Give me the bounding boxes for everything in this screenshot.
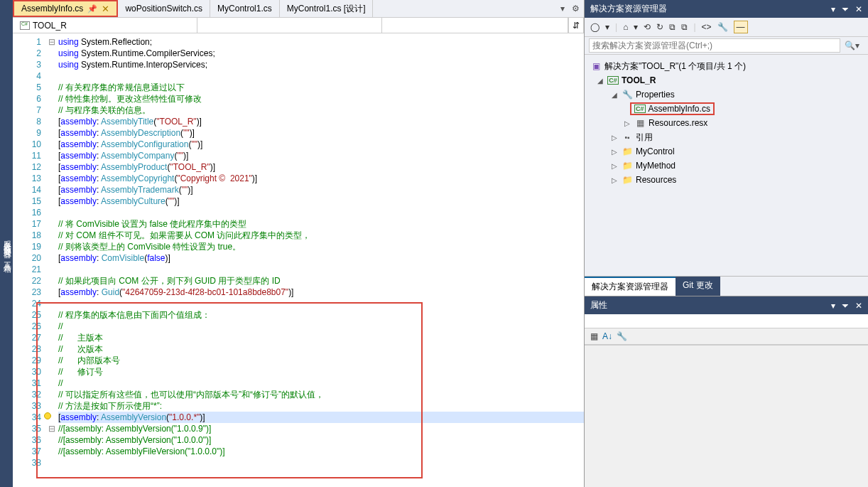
- solution-explorer-title[interactable]: 解决方案资源管理器 ▾ ⏷ ✕: [585, 0, 868, 18]
- left-dock-label[interactable]: 服务器资源管理器 工具箱: [0, 0, 13, 487]
- solution-icon: [590, 61, 602, 71]
- paste-icon[interactable]: ⧉: [681, 22, 688, 32]
- pin-icon[interactable]: ⏷: [841, 301, 850, 311]
- csharp-project-icon: C#: [607, 76, 619, 85]
- properties-object[interactable]: [585, 314, 868, 328]
- copy-icon[interactable]: ⧉: [669, 22, 676, 32]
- split-button[interactable]: ⇵: [568, 18, 584, 33]
- code-content[interactable]: using System.Reflection;using System.Run…: [58, 33, 584, 487]
- references-node[interactable]: ▷ 引用: [587, 130, 865, 144]
- resx-icon: [634, 118, 646, 128]
- tab-label: AssemblyInfo.cs: [21, 4, 83, 14]
- tab-git-changes[interactable]: Git 更改: [676, 277, 720, 296]
- doc-icon[interactable]: ▾: [634, 22, 638, 32]
- folder-resources[interactable]: ▷ 📁 Resources: [587, 173, 865, 187]
- tab-solution-explorer[interactable]: 解决方案资源管理器: [585, 277, 676, 296]
- back-icon[interactable]: ◯: [590, 22, 600, 32]
- tab-mycontrol1-design[interactable]: MyControl1.cs [设计]: [280, 0, 374, 17]
- sort-icon[interactable]: A↓: [602, 331, 612, 341]
- sync-icon[interactable]: ⟲: [644, 22, 651, 32]
- folder-mycontrol[interactable]: ▷ 📁 MyControl: [587, 144, 865, 159]
- nav-scope[interactable]: [197, 18, 382, 33]
- folder-icon: 📁: [622, 161, 633, 171]
- home-icon[interactable]: ⌂: [623, 22, 628, 32]
- nav-member[interactable]: [382, 18, 568, 33]
- nav-project[interactable]: TOOL_R: [13, 18, 197, 33]
- expander-icon[interactable]: ◢: [596, 77, 604, 85]
- editor-area: AssemblyInfo.cs 📌 ✕ woPositionSwitch.cs …: [13, 0, 584, 487]
- wrench-icon[interactable]: 🔧: [617, 331, 627, 341]
- wrench-icon[interactable]: 🔧: [717, 22, 728, 32]
- folder-icon: 📁: [622, 146, 633, 156]
- folder-icon: 📁: [622, 175, 633, 185]
- csharp-icon: [20, 21, 30, 30]
- pin-icon[interactable]: 📌: [87, 4, 97, 14]
- tab-dropdown-icon[interactable]: ▾: [560, 4, 565, 14]
- categorize-icon[interactable]: ▦: [590, 331, 598, 341]
- resources-resx-node[interactable]: ▷ Resources.resx: [587, 116, 865, 130]
- solution-toolbar: ◯ ▾ | ⌂ ▾ ⟲ ↻ ⧉ ⧉ | <> 🔧 —: [585, 18, 868, 37]
- highlighted-file: C# AssemblyInfo.cs: [630, 102, 715, 115]
- right-panel: 解决方案资源管理器 ▾ ⏷ ✕ ◯ ▾ | ⌂ ▾ ⟲ ↻ ⧉ ⧉ | <> 🔧…: [584, 0, 868, 487]
- project-node[interactable]: ◢ C# TOOL_R: [587, 73, 865, 87]
- close-icon[interactable]: ✕: [855, 4, 862, 14]
- properties-panel: 属性 ▾ ⏷ ✕ ▦ A↓ 🔧: [585, 296, 868, 487]
- fwd-icon[interactable]: ▾: [605, 22, 609, 32]
- expander-icon[interactable]: ▷: [623, 119, 631, 127]
- panel-bottom-tabs: 解决方案资源管理器 Git 更改: [585, 276, 868, 296]
- editor[interactable]: 1234567891011121314151617181920212223242…: [13, 33, 584, 487]
- expander-icon[interactable]: ▷: [610, 148, 619, 156]
- solution-node[interactable]: 解决方案"TOOL_R"(1 个项目/共 1 个): [587, 59, 865, 73]
- close-icon[interactable]: ✕: [855, 301, 862, 311]
- tabs-overflow: ▾ ⚙: [560, 0, 584, 17]
- solution-tree[interactable]: 解决方案"TOOL_R"(1 个项目/共 1 个) ◢ C# TOOL_R ◢ …: [585, 55, 868, 276]
- wrench-icon: 🔧: [622, 90, 633, 100]
- line-numbers: 1234567891011121314151617181920212223242…: [13, 33, 45, 487]
- expander-icon[interactable]: ◢: [610, 91, 619, 99]
- properties-toolbar: ▦ A↓ 🔧: [585, 328, 868, 345]
- code-nav-bar: TOOL_R ⇵: [13, 18, 584, 33]
- assemblyinfo-node[interactable]: C# AssemblyInfo.cs: [587, 102, 865, 116]
- tab-twopositionswitch[interactable]: woPositionSwitch.cs: [118, 0, 210, 17]
- code-icon[interactable]: <>: [702, 22, 712, 32]
- search-input[interactable]: [589, 38, 840, 53]
- pin-icon[interactable]: ⏷: [841, 4, 850, 14]
- expander-icon[interactable]: ▷: [610, 176, 619, 184]
- references-icon: [622, 132, 633, 142]
- properties-grid[interactable]: [585, 345, 868, 487]
- document-tabs: AssemblyInfo.cs 📌 ✕ woPositionSwitch.cs …: [13, 0, 584, 18]
- dropdown-icon[interactable]: ▾: [831, 301, 835, 311]
- csharp-file-icon: C#: [634, 105, 646, 113]
- filter-icon[interactable]: —: [734, 21, 748, 33]
- panel-title-text: 解决方案资源管理器: [590, 3, 667, 15]
- properties-title[interactable]: 属性 ▾ ⏷ ✕: [585, 296, 868, 314]
- search-icon[interactable]: 🔍▾: [840, 41, 864, 50]
- gear-icon[interactable]: ⚙: [572, 4, 580, 14]
- nav-project-label: TOOL_R: [33, 21, 67, 31]
- tab-mycontrol1[interactable]: MyControl1.cs: [210, 0, 280, 17]
- refresh-icon[interactable]: ↻: [656, 22, 663, 32]
- dropdown-icon[interactable]: ▾: [831, 4, 835, 14]
- folder-mymethod[interactable]: ▷ 📁 MyMethod: [587, 159, 865, 173]
- tab-assemblyinfo[interactable]: AssemblyInfo.cs 📌 ✕: [13, 0, 118, 17]
- close-icon[interactable]: ✕: [102, 4, 109, 14]
- expander-icon[interactable]: ▷: [610, 162, 619, 170]
- search-row: 🔍▾: [585, 37, 868, 55]
- expander-icon[interactable]: ▷: [610, 134, 619, 141]
- properties-node[interactable]: ◢ 🔧 Properties: [587, 87, 865, 102]
